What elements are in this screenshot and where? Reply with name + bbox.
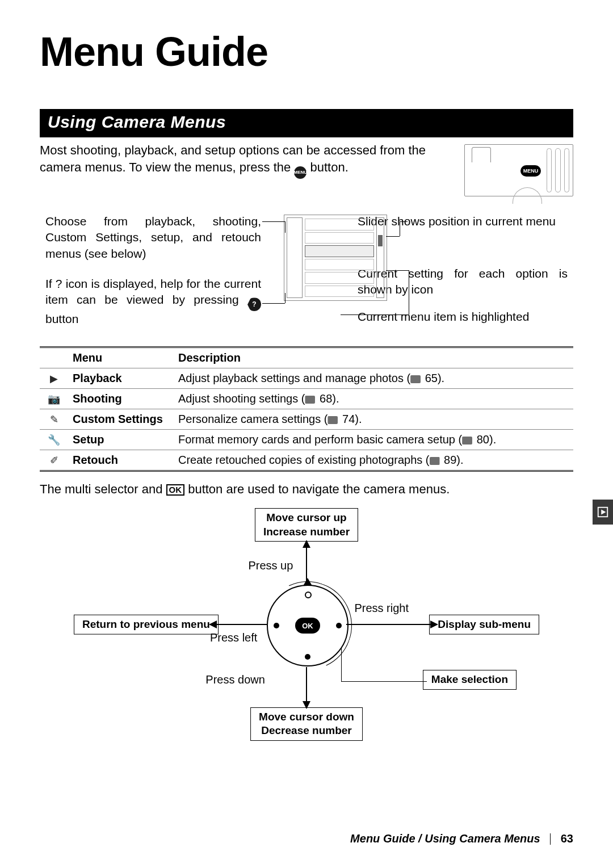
label-make-selection: Make selection	[423, 670, 517, 690]
playback-section-tab-icon	[593, 500, 613, 525]
playback-icon: ▶	[40, 368, 68, 389]
zoom-out-help-button-icon: ?	[247, 297, 261, 311]
label-down-l2: Decrease number	[259, 724, 354, 738]
menu-name: Shooting	[68, 389, 174, 409]
ok-glyph-icon: OK	[166, 484, 185, 496]
ok-button-icon: OK	[295, 618, 320, 634]
callout-menu-tabs: Choose from playback, shooting, Custom S…	[45, 213, 261, 262]
label-up-l2: Increase number	[263, 525, 350, 539]
intro-row: Most shooting, playback, and setup optio…	[40, 142, 573, 196]
callout-slider: Slider shows position in current menu	[358, 213, 568, 229]
table-row: 📷ShootingAdjust shooting settings ( 68).	[40, 389, 573, 409]
selector-intro-pre: The multi selector and	[40, 482, 166, 496]
menu-button-icon: MENU	[294, 166, 306, 179]
menu-name: Retouch	[68, 450, 174, 471]
callout-highlight: Current menu item is highlighted	[358, 309, 568, 325]
label-down-l1: Move cursor down	[259, 710, 354, 724]
page-ref-number: 68	[316, 392, 332, 405]
menu-screen-mock-icon	[284, 215, 387, 301]
menu-button-on-camera-icon: MENU	[520, 165, 541, 177]
callout-help-text-post: button	[45, 312, 78, 325]
table-row: ✐RetouchCreate retouched copies of exist…	[40, 450, 573, 471]
page-number: 63	[561, 832, 573, 845]
page-ref-number: 74	[339, 413, 355, 425]
table-row: ✎Custom SettingsPersonalize camera setti…	[40, 409, 573, 430]
selector-intro-post: button are used to navigate the camera m…	[188, 482, 450, 496]
desc-col-header: Description	[174, 347, 573, 368]
menu-description: Adjust playback settings and manage phot…	[174, 368, 573, 389]
custom-icon: ✎	[40, 409, 68, 430]
shooting-icon: 📷	[40, 389, 68, 409]
menu-name: Playback	[68, 368, 174, 389]
camera-illustration: MENU	[464, 144, 573, 196]
table-row: 🔧SetupFormat memory cards and perform ba…	[40, 430, 573, 450]
intro-post: button.	[310, 160, 348, 174]
page-ref-icon	[462, 437, 472, 445]
page-footer: Menu Guide / Using Camera Menus 63	[40, 832, 573, 845]
selector-intro: The multi selector and OK button are use…	[40, 482, 573, 497]
page-ref-icon	[328, 416, 338, 424]
page-ref-icon	[410, 375, 421, 383]
intro-text: Most shooting, playback, and setup optio…	[40, 142, 447, 179]
label-return-previous: Return to previous menu	[74, 615, 219, 635]
page-ref-icon	[305, 396, 315, 404]
page-ref-number: 65	[422, 372, 438, 384]
callout-help-text-pre: If ? icon is displayed, help for the cur…	[45, 277, 261, 306]
section-heading: Using Camera Menus	[40, 109, 573, 137]
page-ref-number: 89	[441, 454, 457, 466]
label-move-cursor-up: Move cursor up Increase number	[255, 508, 358, 542]
menu-name: Setup	[68, 430, 174, 450]
press-down-label: Press down	[205, 673, 265, 686]
menu-description: Create retouched copies of existing phot…	[174, 450, 573, 471]
menu-name: Custom Settings	[68, 409, 174, 430]
svg-marker-1	[601, 509, 606, 514]
retouch-icon: ✐	[40, 450, 68, 471]
label-move-cursor-down: Move cursor down Decrease number	[250, 707, 363, 741]
page-ref-icon	[430, 457, 440, 465]
menu-description: Adjust shooting settings ( 68).	[174, 389, 573, 409]
page-title: Menu Guide	[40, 28, 573, 75]
page-ref-number: 80	[473, 433, 489, 446]
multi-selector-dial-icon: OK	[267, 585, 349, 666]
menu-description: Format memory cards and perform basic ca…	[174, 430, 573, 450]
setup-icon: 🔧	[40, 430, 68, 450]
press-left-label: Press left	[210, 631, 257, 644]
press-up-label: Press up	[248, 559, 293, 572]
label-up-l1: Move cursor up	[263, 511, 350, 525]
menu-table: Menu Description ▶PlaybackAdjust playbac…	[40, 346, 573, 472]
label-display-submenu: Display sub-menu	[429, 615, 539, 635]
multi-selector-diagram: OK Move cursor up Increase number Press …	[40, 508, 573, 741]
table-row: ▶PlaybackAdjust playback settings and ma…	[40, 368, 573, 389]
menu-description: Personalize camera settings ( 74).	[174, 409, 573, 430]
menu-col-header: Menu	[68, 347, 174, 368]
press-right-label: Press right	[354, 602, 409, 615]
intro-pre: Most shooting, playback, and setup optio…	[40, 143, 426, 174]
menu-screen-callouts: Choose from playback, shooting, Custom S…	[40, 213, 573, 333]
breadcrumb: Menu Guide / Using Camera Menus	[350, 832, 540, 845]
